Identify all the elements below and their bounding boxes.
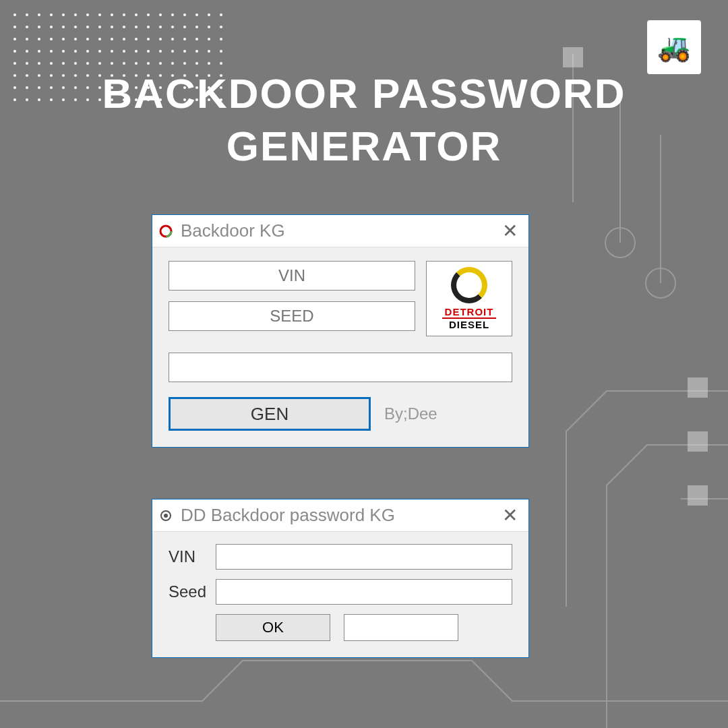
output-field bbox=[344, 614, 458, 641]
window-title: Backdoor KG bbox=[181, 220, 496, 241]
credit-label: By;Dee bbox=[384, 404, 437, 423]
page-title: BACKDOOR PASSWORD GENERATOR bbox=[0, 67, 728, 172]
app-icon bbox=[158, 508, 174, 524]
brand-text-2: DIESEL bbox=[449, 319, 489, 330]
window-title: DD Backdoor password KG bbox=[181, 505, 496, 526]
titlebar: DD Backdoor password KG ✕ bbox=[152, 499, 528, 532]
svg-point-0 bbox=[605, 228, 635, 257]
logo-ring-icon bbox=[451, 267, 487, 303]
svg-point-1 bbox=[646, 268, 675, 298]
window-dd-backdoor: DD Backdoor password KG ✕ VIN Seed OK bbox=[152, 499, 529, 658]
vin-input[interactable] bbox=[216, 544, 512, 570]
vin-input[interactable] bbox=[169, 261, 415, 291]
svg-rect-5 bbox=[688, 485, 708, 506]
seed-input[interactable] bbox=[216, 579, 512, 605]
seed-label: Seed bbox=[169, 582, 209, 601]
titlebar: Backdoor KG ✕ bbox=[152, 215, 528, 247]
vin-label: VIN bbox=[169, 547, 209, 566]
svg-rect-2 bbox=[563, 47, 583, 67]
page-title-line2: GENERATOR bbox=[226, 123, 502, 169]
window-backdoor-kg: Backdoor KG ✕ DETROIT DIESEL GEN By;Dee bbox=[152, 214, 529, 448]
brand-logo-icon: 🚜 bbox=[647, 20, 701, 74]
svg-rect-4 bbox=[688, 431, 708, 452]
brand-text-1: DETROIT bbox=[442, 306, 497, 319]
gen-button[interactable]: GEN bbox=[169, 397, 371, 431]
svg-point-9 bbox=[164, 514, 168, 518]
svg-rect-3 bbox=[688, 377, 708, 398]
app-icon bbox=[158, 223, 174, 239]
close-icon[interactable]: ✕ bbox=[496, 504, 523, 526]
ok-button[interactable]: OK bbox=[216, 614, 330, 641]
close-icon[interactable]: ✕ bbox=[496, 220, 523, 242]
page-title-line1: BACKDOOR PASSWORD bbox=[102, 70, 626, 117]
detroit-diesel-logo: DETROIT DIESEL bbox=[426, 261, 512, 336]
seed-input[interactable] bbox=[169, 301, 415, 331]
output-field bbox=[169, 353, 512, 382]
